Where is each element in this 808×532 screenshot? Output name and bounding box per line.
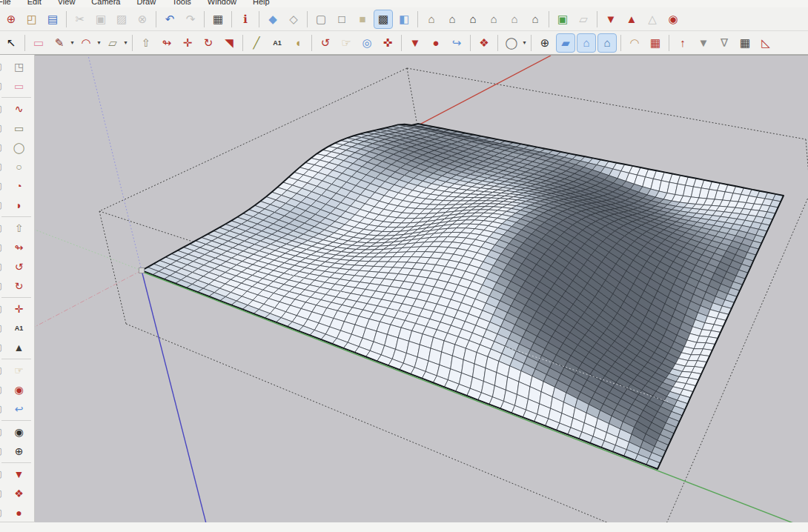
redo-icon[interactable]: ↷ [181, 10, 200, 29]
erase-icon[interactable]: ⊗ [133, 10, 152, 29]
wireframe-box-icon[interactable]: ◳ [10, 57, 28, 76]
clipped-tool-icon[interactable]: ▢ [0, 361, 7, 379]
axes-icon[interactable]: ✛ [10, 299, 28, 318]
copy-icon[interactable]: ▣ [91, 10, 110, 29]
rotate-2-icon[interactable]: ↻ [10, 276, 28, 295]
menu-window[interactable]: Window [199, 0, 245, 7]
polygon-icon[interactable]: ○ [10, 157, 28, 176]
menu-edit[interactable]: Edit [19, 0, 50, 7]
clipped-tool-icon[interactable]: ▢ [0, 422, 7, 441]
clipped-tool-icon[interactable]: ▢ [0, 299, 7, 318]
clipped-tool-icon[interactable]: ▢ [0, 99, 7, 118]
stamp-icon[interactable]: ▼ [694, 33, 713, 53]
rectangle-dropdown-arrow[interactable]: ▾ [122, 39, 129, 46]
save-icon[interactable]: ▤ [43, 10, 62, 29]
shaded-textures-mode-icon[interactable]: ◧ [394, 10, 414, 29]
look-around-icon[interactable]: ◉ [10, 422, 28, 441]
model-info-icon[interactable]: ℹ [236, 10, 255, 29]
extension-warehouse-icon[interactable]: ◉ [663, 10, 683, 29]
wireframe-cube-icon[interactable]: ◇ [284, 10, 303, 29]
get-models-2-icon[interactable]: ▼ [405, 33, 425, 53]
clipped-tool-icon[interactable]: ▢ [0, 138, 7, 156]
new-icon[interactable]: ⊕ [1, 10, 21, 29]
cut-icon[interactable]: ✂ [70, 10, 90, 29]
paste-icon[interactable]: ▨ [112, 10, 131, 29]
eraser-2-icon[interactable]: ▭ [10, 76, 28, 95]
clipped-tool-icon[interactable]: ▢ [0, 76, 7, 95]
move-icon[interactable]: ✛ [178, 33, 197, 53]
warehouse-icon[interactable]: ● [426, 33, 446, 53]
add-detail-icon[interactable]: ▦ [735, 33, 755, 53]
clipped-tool-icon[interactable]: ▢ [0, 219, 7, 237]
left-view-icon[interactable]: ⌂ [526, 10, 545, 29]
right-view-icon[interactable]: ⌂ [484, 10, 503, 29]
section-plane-icon[interactable]: ⊕ [535, 33, 554, 53]
smoove-icon[interactable]: ↑ [673, 33, 692, 53]
share-component-icon[interactable]: △ [643, 10, 662, 29]
clipped-tool-icon[interactable]: ▢ [0, 319, 7, 337]
menu-camera[interactable]: Camera [83, 0, 128, 7]
zoom-icon[interactable]: ◎ [357, 33, 377, 53]
zoom-extents-icon[interactable]: ✜ [378, 33, 397, 53]
menu-help[interactable]: Help [245, 0, 278, 7]
clipped-tool-icon[interactable]: ▢ [0, 276, 7, 295]
share-2-icon[interactable]: ↪ [447, 33, 466, 53]
circle-icon[interactable]: ◯ [10, 138, 28, 156]
arc-dropdown-arrow[interactable]: ▾ [96, 39, 102, 46]
text-2-icon[interactable]: A1 [10, 319, 28, 337]
back-view-icon[interactable]: ⌂ [505, 10, 524, 29]
section-cuts-icon[interactable]: ⌂ [577, 33, 596, 53]
clipped-tool-icon[interactable]: ▢ [0, 465, 7, 483]
wireframe-mode-icon[interactable]: □ [332, 10, 351, 29]
clipped-tool-icon[interactable]: ▢ [0, 157, 7, 176]
clipped-tool-icon[interactable]: ▢ [0, 503, 7, 522]
text-icon[interactable]: A1 [268, 33, 287, 53]
push-pull-2-icon[interactable]: ⇧ [10, 219, 28, 237]
share-model-icon[interactable]: ▲ [622, 10, 641, 29]
clipped-tool-icon[interactable]: ▢ [0, 196, 7, 214]
menu-view[interactable]: View [50, 0, 84, 7]
clipped-tool-icon[interactable]: ▢ [0, 380, 7, 399]
undo-icon[interactable]: ↶ [160, 10, 179, 29]
previous-view-icon[interactable]: ↩ [10, 399, 28, 418]
flip-edge-icon[interactable]: ◺ [756, 33, 775, 53]
clipped-tool-icon[interactable]: ▢ [0, 257, 7, 276]
follow-me-2-icon[interactable]: ↬ [10, 238, 28, 256]
section-display-icon[interactable]: ▰ [556, 33, 575, 53]
clipped-tool-icon[interactable]: ▢ [0, 399, 7, 418]
viewport[interactable] [35, 55, 808, 522]
clipped-tool-icon[interactable]: ▢ [0, 338, 7, 356]
menu-tools[interactable]: Tools [164, 0, 199, 7]
position-camera-icon[interactable]: ⊕ [10, 442, 28, 460]
textured-cube-icon[interactable]: ◆ [263, 10, 282, 29]
clipped-tool-icon[interactable]: ▢ [0, 442, 7, 460]
tape-measure-icon[interactable]: ╱ [247, 33, 266, 53]
extension-manager-2-icon[interactable]: ● [10, 503, 28, 522]
get-models-icon[interactable]: ▼ [601, 10, 620, 29]
open-icon[interactable]: ◰ [22, 10, 42, 29]
viewport-canvas[interactable] [35, 56, 808, 522]
rectangle-icon[interactable]: ▱ [103, 33, 122, 53]
geo-location-icon[interactable]: ▣ [553, 10, 572, 29]
pie-icon[interactable]: ◔ [10, 176, 28, 195]
toggle-terrain-icon[interactable]: ▱ [574, 10, 593, 29]
3d-text-icon[interactable]: ▲ [10, 338, 28, 356]
arc-icon[interactable]: ◠ [76, 33, 96, 53]
extension-manager-icon[interactable]: ❖ [474, 33, 494, 53]
hidden-line-mode-icon[interactable]: ■ [353, 10, 372, 29]
sign-in-icon[interactable]: ◯ [502, 33, 521, 53]
scale-icon[interactable]: ◥ [219, 33, 239, 53]
front-view-icon[interactable]: ⌂ [463, 10, 483, 29]
pan-icon[interactable]: ☞ [337, 33, 356, 53]
from-contours-icon[interactable]: ◠ [625, 33, 644, 53]
iso-view-icon[interactable]: ⌂ [422, 10, 441, 29]
select-icon[interactable]: ↖ [1, 33, 21, 53]
push-pull-icon[interactable]: ⇧ [136, 33, 156, 53]
rotate-icon[interactable]: ↻ [199, 33, 218, 53]
freehand-icon[interactable]: ∿ [10, 99, 28, 118]
sign-in-dropdown-arrow[interactable]: ▾ [521, 39, 528, 46]
clipped-tool-icon[interactable]: ▢ [0, 119, 7, 137]
top-view-icon[interactable]: ⌂ [443, 10, 462, 29]
shaded-mode-icon[interactable]: ▩ [374, 10, 393, 29]
from-scratch-icon[interactable]: ▦ [646, 33, 665, 53]
